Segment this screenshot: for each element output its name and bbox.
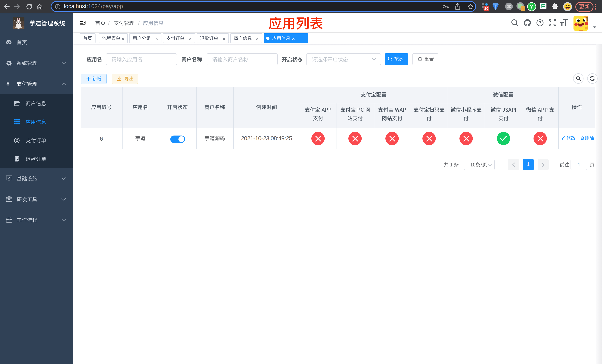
svg-text:?: ? [539,20,541,25]
svg-text:Y: Y [530,4,533,10]
svg-text:⌘: ⌘ [507,4,511,9]
svg-text:10: 10 [484,7,488,11]
svg-text:1: 1 [522,7,524,11]
